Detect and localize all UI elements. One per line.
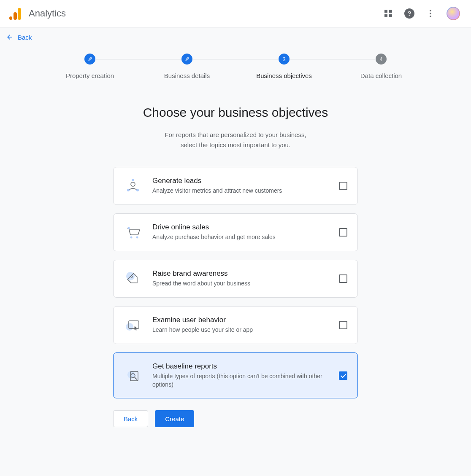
back-link-label: Back: [18, 34, 32, 41]
card-title: Drive online sales: [152, 223, 329, 231]
card-title: Generate leads: [152, 177, 329, 185]
card-title: Get baseline reports: [152, 362, 329, 371]
svg-point-9: [136, 189, 139, 191]
main-content: Choose your business objectives For repo…: [100, 105, 371, 150]
step-label: Property creation: [66, 72, 114, 79]
leads-icon: [124, 177, 142, 195]
card-desc: Analyze purchase behavior and get more s…: [152, 233, 329, 242]
svg-rect-2: [384, 14, 387, 17]
step-data-collection: 4 Data collection: [333, 54, 430, 79]
objective-card-baseline-reports[interactable]: Get baseline reports Multiple types of r…: [113, 352, 358, 398]
checkbox[interactable]: [339, 274, 347, 283]
back-button[interactable]: Back: [113, 410, 148, 427]
step-property-creation[interactable]: Property creation: [41, 54, 138, 79]
svg-rect-3: [389, 14, 392, 17]
create-button[interactable]: Create: [155, 410, 194, 427]
action-buttons: Back Create: [113, 410, 358, 444]
svg-point-5: [430, 13, 431, 14]
account-avatar[interactable]: [447, 7, 460, 20]
step-label: Business objectives: [256, 72, 312, 79]
svg-point-4: [430, 10, 431, 11]
cart-icon: [124, 223, 142, 242]
checkbox[interactable]: [339, 321, 347, 329]
cursor-screen-icon: [124, 316, 142, 334]
checkbox[interactable]: [339, 182, 347, 190]
svg-point-13: [128, 227, 130, 229]
objective-cards: Generate leads Analyze visitor metrics a…: [113, 167, 358, 398]
help-icon[interactable]: ?: [404, 8, 414, 19]
svg-point-6: [430, 16, 431, 17]
step-number: 4: [376, 54, 387, 65]
page-heading: Choose your business objectives: [100, 105, 371, 120]
svg-point-10: [132, 179, 134, 181]
more-vert-icon[interactable]: [425, 8, 436, 19]
back-link[interactable]: Back: [0, 27, 38, 47]
card-desc: Spread the word about your business: [152, 280, 329, 288]
app-title: Analytics: [29, 8, 66, 19]
svg-point-11: [130, 237, 133, 239]
svg-line-21: [135, 377, 137, 379]
card-title: Examine user behavior: [152, 316, 329, 324]
step-number: 3: [279, 54, 290, 65]
top-bar: Analytics ?: [0, 0, 471, 27]
apps-icon[interactable]: [383, 8, 393, 19]
topbar-actions: ?: [383, 7, 460, 20]
step-business-objectives[interactable]: 3 Business objectives: [236, 54, 333, 79]
checkbox[interactable]: [339, 371, 347, 380]
svg-point-16: [126, 323, 133, 331]
pencil-icon: [84, 54, 95, 65]
tag-icon: [124, 269, 142, 288]
objective-card-raise-brand-awareness[interactable]: Raise brand awareness Spread the word ab…: [113, 260, 358, 298]
stepper: Property creation Business details 3 Bus…: [0, 54, 471, 79]
objective-card-examine-user-behavior[interactable]: Examine user behavior Learn how people u…: [113, 306, 358, 344]
page-body: Back Property creation Business details …: [0, 27, 471, 476]
arrow-left-icon: [6, 33, 14, 41]
svg-point-8: [127, 189, 130, 191]
analytics-logo-icon: [8, 7, 20, 20]
reports-search-icon: [124, 366, 142, 385]
card-desc: Analyze visitor metrics and attract new …: [152, 187, 329, 195]
step-label: Business details: [164, 72, 210, 79]
card-desc: Multiple types of reports (this option c…: [152, 372, 329, 389]
page-subtitle: For reports that are personalized to you…: [100, 130, 371, 150]
svg-point-12: [136, 237, 138, 239]
objective-card-drive-online-sales[interactable]: Drive online sales Analyze purchase beha…: [113, 213, 358, 251]
pencil-icon: [181, 54, 192, 65]
checkbox[interactable]: [339, 228, 347, 237]
svg-rect-0: [384, 10, 387, 13]
svg-point-7: [131, 182, 135, 186]
step-business-details[interactable]: Business details: [138, 54, 236, 79]
objective-card-generate-leads[interactable]: Generate leads Analyze visitor metrics a…: [113, 167, 358, 205]
card-desc: Learn how people use your site or app: [152, 326, 329, 334]
card-title: Raise brand awareness: [152, 269, 329, 278]
step-label: Data collection: [360, 72, 402, 79]
svg-rect-1: [389, 10, 392, 13]
logo-wrap: Analytics: [8, 7, 66, 20]
